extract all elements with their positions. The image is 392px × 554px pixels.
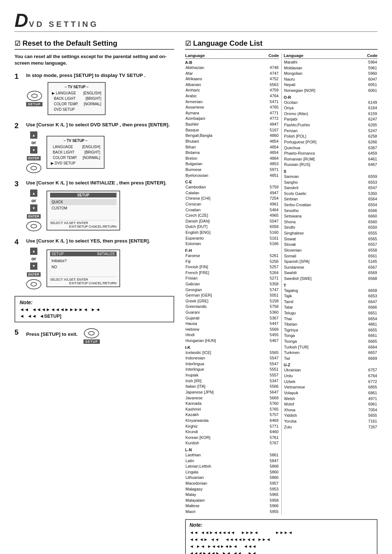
lang-entry: Twi6669 <box>284 356 378 362</box>
lang-entry: Quechua6367 <box>284 145 378 151</box>
step-2-diagram: ▲ or ▼ ENTER – TV SETUP – LANGUAGE[ENG <box>26 131 174 173</box>
screen-row: BACK LIGHT[BRIGHT] <box>51 150 100 155</box>
step-1-num: 1 <box>15 72 23 81</box>
lang-entry: Tsonga6665 <box>284 339 378 345</box>
lang-entry: Tigrinya6655 <box>284 327 378 333</box>
down-arrow-btn[interactable]: ▼ <box>30 146 37 154</box>
lang-entry: Panjabi6247 <box>284 117 378 122</box>
step-4-num: 4 <box>15 238 23 246</box>
tv-screen-2: – TV SETUP – LANGUAGE[ENGLISH] BACK LIGH… <box>46 136 105 169</box>
screen-row: COLOR TEMP.[NORMAL] <box>52 101 101 107</box>
lang-entry: Galician5358 <box>185 281 279 287</box>
lang-note-line-4: ◄◄◄►◄◄► ►◄ ◄◄ ►◄ <box>189 550 373 554</box>
step-1-diagram: SETUP – TV SETUP – ▶ LANGUAGE[ENGLISH] B… <box>26 82 174 115</box>
screen-row: BACK LIGHT[BRIGHT] <box>52 96 101 101</box>
lang-entry: Welsh4971 <box>284 396 378 402</box>
lang-entry: Swedish [SWE]6568 <box>284 276 378 282</box>
note-arrow-left: ◄ <box>20 313 24 319</box>
lang-entry: Bhutani4854 <box>185 139 279 144</box>
lang-entry: Hebrew5569 <box>185 327 279 333</box>
lang-entry: Albanian6563 <box>185 82 279 88</box>
section-s: S <box>284 169 378 174</box>
screen-row: COLOR TEMP.[NORMAL] <box>51 155 100 160</box>
step-1-text: In stop mode, press [SETUP] to display T… <box>26 72 174 79</box>
lang-note-title: Note: <box>189 522 373 528</box>
step-3: 3 Use [Cursor K /L ] to select INITIALIZ… <box>15 180 174 231</box>
lang-entry: Phaeto-Romance6459 <box>284 151 378 156</box>
lang-entry: Czech [CZE]4965 <box>185 213 279 219</box>
step-3-diagram: ▲ or ▼ ENTER SETUP QUICK CUSTOM <box>26 190 174 231</box>
lang-title-text: Language Code List <box>193 39 262 48</box>
lang-entry: Inupiak5557 <box>185 372 279 378</box>
lang-entry: Bashkir4847 <box>185 122 279 127</box>
lang-entry: Malayalam5958 <box>185 498 279 504</box>
note-symbols-mid: ◄◄◄►◄◄◄►►►►◄ <box>32 307 88 312</box>
lang-entry: Icelandic [ICE]5565 <box>185 350 279 356</box>
lang-entry: Slovak6557 <box>284 242 378 248</box>
lang-entry: Breton4864 <box>185 156 279 162</box>
setup-label: SETUP <box>26 102 42 106</box>
lang-entry: French [FRE]5264 <box>185 270 279 276</box>
step-2-text: Use [Cursor K /L ] to select DVD SETUP ,… <box>26 122 174 129</box>
lang-entry: Kirundi6460 <box>185 429 279 435</box>
section-fh: F-H <box>185 248 279 253</box>
lang-entry: Irish [IRI]5347 <box>185 378 279 384</box>
step-2-content: Use [Cursor K /L ] to select DVD SETUP ,… <box>26 122 174 173</box>
step-4: 4 Use [Cursor K /L ] to select YES, then… <box>15 238 174 289</box>
step-5: 5 Press [SETUP] to exit. SETUP <box>15 328 174 344</box>
lang-header-right-code: Code <box>367 53 377 58</box>
lang-entry: Abkhazian4748 <box>185 65 279 71</box>
reset-title-text: Reset to the Default Setting <box>23 39 117 48</box>
up-arrow-btn[interactable]: ▲ <box>30 131 37 139</box>
lang-entry: Sangho6553 <box>284 180 378 186</box>
step-4-content: Use [Cursor K /L ] to select YES, then p… <box>26 238 174 289</box>
lang-entry: Bulgarian4853 <box>185 161 279 167</box>
setup-icon-5: SETUP <box>83 328 100 344</box>
lang-entry: Siswat6565 <box>284 236 378 242</box>
lang-note-line-3: ◄ ►◄ ►◄◄►◄►◄ ◄◄◄ <box>189 543 373 550</box>
lang-entry: Estonian5166 <box>185 241 279 247</box>
lang-entry: Sundanese6567 <box>284 265 378 270</box>
down-arrow-btn-3[interactable]: ▼ <box>30 204 37 212</box>
lang-entry: Sesotho6566 <box>284 208 378 214</box>
lang-entry: Yiddish5655 <box>284 413 378 419</box>
screen-row: ▶ DVD SETUP <box>51 160 100 166</box>
lang-left-col: Language Code A-B Abkhazian4748 Afar4747… <box>185 53 282 515</box>
menu-item-quick: QUICK <box>50 199 117 205</box>
step-5-num: 5 <box>15 328 23 337</box>
up-arrow-btn-3[interactable]: ▲ <box>30 190 37 197</box>
down-arrow-btn-4[interactable]: ▼ <box>30 262 37 270</box>
lang-entry: Chinese [CHI]7254 <box>185 196 279 201</box>
lang-entry: Tatar6666 <box>284 305 378 310</box>
lang-note-box: Note: ◄◄ ◄◄►◄◄◄◄◄ ►►►◄ ►►►◄ ◄◄ ◄► ◄◄ ◄◄◄… <box>185 519 377 554</box>
lang-entry: Kannada5760 <box>185 401 279 407</box>
lang-entry: Urdu6764 <box>284 373 378 379</box>
lang-entry: Persian5247 <box>284 128 378 134</box>
lang-entry: Polish [POL]6258 <box>284 134 378 139</box>
lang-entry: Esperanto5161 <box>185 236 279 241</box>
note-setup-ref: ◄SETUP] <box>40 313 62 319</box>
section-or: O-R <box>284 95 378 99</box>
lang-entry: Georgian5747 <box>185 287 279 293</box>
up-arrow-btn-4[interactable]: ▲ <box>30 248 37 255</box>
note-symbols-right: ►◄ <box>91 307 100 312</box>
lang-header-left-lang: Language <box>185 53 205 58</box>
lang-entry: Kirghiz5771 <box>185 424 279 429</box>
lang-entry: Indonesian5547 <box>185 355 279 361</box>
lang-entry: Vietnamese6855 <box>284 384 378 390</box>
lang-entry: Volapuk6861 <box>284 390 378 396</box>
lang-header-right-lang: Language <box>284 53 303 58</box>
lang-entry: Kazakh5757 <box>185 412 279 418</box>
lang-entry: Laothian5861 <box>185 452 279 458</box>
lang-entry: Basque5167 <box>185 127 279 133</box>
note-title: Note: <box>20 300 169 305</box>
lang-entry: Portuguese [POR]6266 <box>284 139 378 145</box>
lang-entry: Turkish [TUR]6664 <box>284 345 378 350</box>
lang-entry: Finnish [FIN]5257 <box>185 264 279 270</box>
lang-entry: Moldavian5961 <box>284 65 378 71</box>
screen-title-2: – TV SETUP – <box>51 139 100 143</box>
lang-entry: Arabic4764 <box>185 93 279 99</box>
lang-entry: Burmese5971 <box>185 167 279 173</box>
setup-oval-5 <box>84 328 99 338</box>
setup-oval-3 <box>26 221 41 231</box>
